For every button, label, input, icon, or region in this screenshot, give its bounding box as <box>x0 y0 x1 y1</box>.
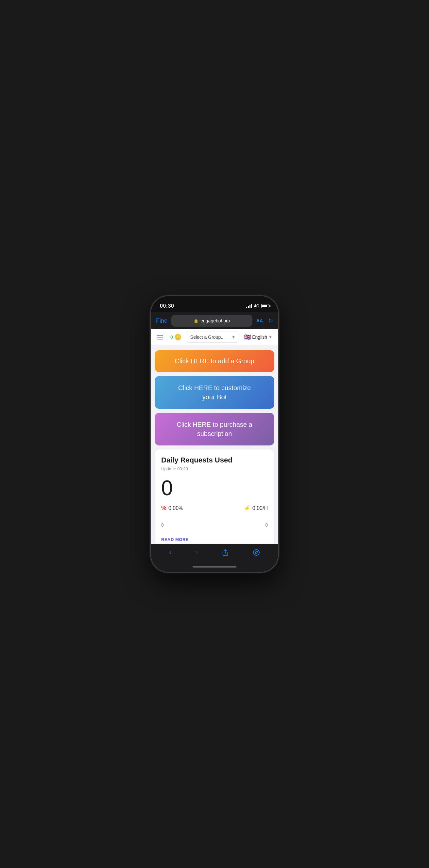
home-bar <box>193 566 236 567</box>
stats-divider <box>161 517 268 517</box>
flag-icon: 🇬🇧 <box>243 334 251 341</box>
stats-count: 0 <box>161 476 268 499</box>
stats-metrics: % 0.00% ⚡ 0.00/H <box>161 505 268 512</box>
customize-bot-label: Click HERE to customizeyour Bot <box>178 384 251 401</box>
status-time: 00:30 <box>160 303 174 309</box>
signal-bars-icon <box>246 304 252 308</box>
language-label: English <box>252 335 267 340</box>
refresh-button[interactable]: ↻ <box>268 317 273 324</box>
browser-actions: AA ↻ <box>256 317 273 324</box>
browser-back-button[interactable]: Fine <box>156 317 167 324</box>
coin-count: 0 <box>170 335 173 340</box>
stats-row: 0 0 <box>161 520 268 530</box>
stats-card: Daily Requests Used Update: 00:29 0 % 0.… <box>155 450 274 544</box>
nav-bar: 0 🪙 Select a Group.. ▼ 🇬🇧 English ▼ <box>151 329 278 345</box>
coin-section: 0 🪙 <box>168 332 184 342</box>
lock-icon: 🔒 <box>194 318 198 323</box>
percent-icon: % <box>161 505 166 512</box>
percent-metric: % 0.00% <box>161 505 183 512</box>
back-button[interactable]: ‹ <box>166 546 174 559</box>
compass-button[interactable] <box>250 546 263 559</box>
home-indicator <box>151 561 278 572</box>
subscription-label: Click HERE to purchase asubscription <box>176 421 252 437</box>
per-hour-value: 0.00/H <box>253 505 268 511</box>
group-placeholder-text: Select a Group.. <box>190 335 223 340</box>
subscription-button[interactable]: Click HERE to purchase asubscription <box>155 413 274 445</box>
notch <box>194 296 235 307</box>
bottom-toolbar: ‹ › <box>151 544 278 561</box>
chevron-down-icon: ▼ <box>231 335 235 339</box>
hamburger-menu[interactable] <box>155 333 165 341</box>
group-selector[interactable]: Select a Group.. ▼ <box>187 332 239 343</box>
svg-point-1 <box>253 550 259 555</box>
forward-button[interactable]: › <box>193 546 200 559</box>
per-hour-metric: ⚡ 0.00/H <box>244 505 268 511</box>
aa-button[interactable]: AA <box>256 318 263 323</box>
battery-fill <box>262 305 267 307</box>
stats-right-value: 0 <box>265 522 268 528</box>
browser-bar: Fine 🔒 engagebot.pro AA ↻ <box>151 312 278 329</box>
add-group-button[interactable]: Click HERE to add a Group <box>155 350 274 372</box>
lang-chevron-icon: ▼ <box>268 335 272 339</box>
share-icon <box>222 549 229 556</box>
stats-left-value: 0 <box>161 522 164 528</box>
phone-frame: 00:30 4G Fine 🔒 engagebot.pro AA ↻ <box>151 296 278 572</box>
language-selector[interactable]: 🇬🇧 English ▼ <box>242 332 274 342</box>
browser-url-bar[interactable]: 🔒 engagebot.pro <box>171 315 253 327</box>
customize-bot-button[interactable]: Click HERE to customizeyour Bot <box>155 376 274 409</box>
percent-value: 0.00% <box>168 505 183 511</box>
main-content: Click HERE to add a Group Click HERE to … <box>151 345 278 544</box>
screen: 00:30 4G Fine 🔒 engagebot.pro AA ↻ <box>151 296 278 572</box>
lightning-icon: ⚡ <box>244 505 251 511</box>
share-button[interactable] <box>219 546 231 559</box>
read-more-link[interactable]: READ MORE <box>161 537 268 542</box>
status-icons: 4G <box>246 304 269 308</box>
battery-icon <box>261 304 269 308</box>
stats-update: Update: 00:29 <box>161 466 268 471</box>
network-label: 4G <box>254 304 259 308</box>
url-text: engagebot.pro <box>200 318 230 323</box>
stats-title: Daily Requests Used <box>161 456 268 464</box>
svg-marker-2 <box>255 551 258 554</box>
compass-icon <box>253 549 260 556</box>
coin-icon: 🪙 <box>174 334 182 341</box>
stats-divider-2 <box>161 533 268 533</box>
